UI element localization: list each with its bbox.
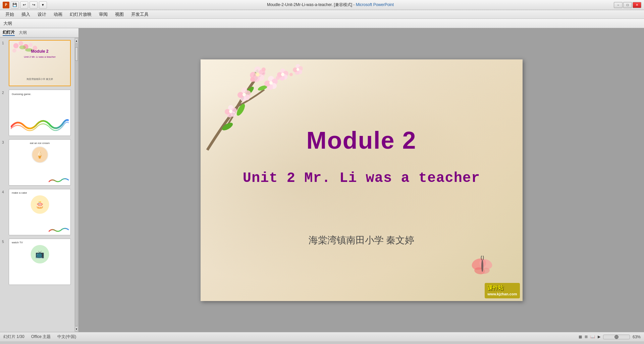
slide-count: 幻灯片 1/30: [3, 334, 24, 340]
slide-num-5: 5: [2, 240, 7, 244]
sidebar-scrollbar[interactable]: ▲ ▼: [74, 38, 78, 332]
svg-point-3: [29, 43, 33, 47]
view-reading[interactable]: 📖: [590, 335, 595, 339]
slide-num-2: 2: [2, 91, 7, 95]
redo-btn[interactable]: ↪: [30, 1, 38, 9]
window-controls[interactable]: － □ ✕: [614, 2, 641, 8]
watermark: 课件站 www.kjzhan.com: [485, 283, 520, 298]
slide-thumb-5[interactable]: 5 watch TV 📺: [1, 238, 74, 286]
tab-outline[interactable]: 大纲: [19, 30, 27, 36]
menu-slideshow[interactable]: 幻灯片放映: [66, 11, 95, 18]
svg-point-49: [297, 68, 299, 71]
slide-module-title: Module 2: [201, 127, 523, 154]
canvas-area: Module 2 Unit 2 Mr. Li was a teacher 海棠湾…: [79, 28, 644, 332]
view-slide-sorter[interactable]: ⊞: [585, 335, 588, 339]
thumb1-author: 海棠湾镇南田小学 秦文婷: [9, 78, 70, 81]
language: 中文(中国): [57, 334, 76, 340]
slide-thumb-3[interactable]: 3 eat an ice cream 🍦: [1, 138, 74, 187]
sidebar-tabs: 幻灯片 大纲: [0, 28, 78, 38]
svg-point-43: [281, 73, 284, 76]
thumb1-subtitle: Unit 2 Mr. Li was a teacher: [9, 55, 70, 58]
status-right: ▦ ⊞ 📖 ▶ 63%: [579, 335, 641, 339]
svg-point-37: [229, 110, 232, 113]
main-area: 幻灯片 大纲 1: [0, 28, 644, 332]
svg-point-25: [269, 81, 273, 85]
view-slideshow[interactable]: ▶: [598, 335, 600, 339]
scroll-track[interactable]: [75, 44, 78, 326]
thumb-img-5: watch TV 📺: [9, 239, 71, 285]
thumb-img-3: eat an ice cream 🍦: [9, 139, 71, 186]
slide-num-3: 3: [2, 141, 7, 144]
svg-point-52: [276, 76, 280, 80]
app-icon: P: [3, 2, 9, 8]
thumb4-wave: [49, 227, 69, 233]
thumb-img-2: Guessing game.: [9, 90, 71, 136]
minimize-btn[interactable]: －: [614, 2, 623, 8]
watermark-line1: 课件站: [487, 284, 517, 292]
scroll-down-arrow[interactable]: ▼: [75, 327, 78, 331]
panel-label: 大纲: [3, 20, 12, 27]
svg-point-50: [250, 77, 255, 82]
window-title: Moudle-2-Unit-2Mr-Li-was-a-teacher. [兼容模…: [47, 2, 614, 8]
slides-list: 1 M: [0, 38, 74, 332]
thumb2-wave: [11, 115, 69, 132]
zoom-slider[interactable]: [603, 335, 630, 339]
menu-bar: 开始 插入 设计 动画 幻灯片放映 审阅 视图 开发工具: [0, 10, 644, 19]
maximize-btn[interactable]: □: [623, 2, 632, 8]
status-bar: 幻灯片 1/30 Office 主题 中文(中国) ▦ ⊞ 📖 ▶ 63%: [0, 332, 644, 341]
menu-start[interactable]: 开始: [2, 11, 17, 18]
thumb1-module-title: Module 2: [9, 49, 70, 54]
quick-save-btn[interactable]: 💾: [11, 1, 19, 9]
thumb3-wave: [49, 177, 69, 184]
svg-point-1: [18, 41, 23, 46]
svg-point-19: [256, 72, 260, 77]
theme-name: Office 主题: [31, 334, 51, 340]
slide-subtitle: Unit 2 Mr. Li was a teacher: [201, 170, 523, 186]
thumb-img-1: Module 2 Unit 2 Mr. Li was a teacher 海棠湾…: [9, 40, 71, 86]
svg-point-31: [243, 93, 246, 96]
title-bar-left: P 💾 ↩ ↪ ▾: [3, 1, 47, 9]
slide-num-1: 1: [2, 41, 7, 45]
scroll-thumb[interactable]: [75, 47, 78, 61]
thumb3-character: 🍦: [32, 146, 48, 163]
menu-design[interactable]: 设计: [34, 11, 50, 18]
watermark-line2: www.kjzhan.com: [487, 292, 517, 297]
thumb5-title: watch TV: [12, 241, 23, 244]
svg-point-0: [13, 43, 19, 48]
slide-num-4: 4: [2, 190, 7, 194]
thumb4-title: make a cake: [12, 191, 27, 194]
thumb2-text: Guessing game.: [12, 93, 31, 96]
tab-slides[interactable]: 幻灯片: [3, 30, 15, 36]
slide-thumb-4[interactable]: 4 make a cake 🎂: [1, 188, 74, 236]
slide-canvas[interactable]: Module 2 Unit 2 Mr. Li was a teacher 海棠湾…: [201, 59, 523, 301]
thumb3-title: eat an ice cream: [9, 142, 70, 145]
menu-view[interactable]: 视图: [112, 11, 127, 18]
panel-header: 大纲: [0, 19, 644, 28]
thumb-img-4: make a cake 🎂: [9, 189, 71, 235]
sidebar-scroll-wrapper: 1 M: [0, 38, 78, 332]
view-normal[interactable]: ▦: [579, 335, 582, 339]
sidebar: 幻灯片 大纲 1: [0, 28, 79, 332]
menu-developer[interactable]: 开发工具: [128, 11, 152, 18]
customize-btn[interactable]: ▾: [39, 1, 47, 9]
svg-point-24: [264, 81, 270, 87]
menu-animation[interactable]: 动画: [50, 11, 66, 18]
svg-point-53: [289, 73, 293, 76]
svg-point-51: [262, 67, 266, 71]
slide-thumb-1[interactable]: 1 M: [1, 39, 74, 87]
title-bar: P 💾 ↩ ↪ ▾ Moudle-2-Unit-2Mr-Li-was-a-tea…: [0, 0, 644, 10]
zoom-level: 63%: [633, 335, 641, 339]
scroll-up-arrow[interactable]: ▲: [75, 38, 78, 43]
menu-review[interactable]: 审阅: [96, 11, 111, 18]
menu-insert[interactable]: 插入: [18, 11, 34, 18]
slide-thumb-2[interactable]: 2 Guessing game.: [1, 89, 74, 137]
close-btn[interactable]: ✕: [633, 2, 641, 8]
thumb5-character: 📺: [31, 245, 49, 263]
undo-btn[interactable]: ↩: [20, 1, 28, 9]
thumb4-character: 🎂: [31, 195, 49, 214]
slide-author: 海棠湾镇南田小学 秦文婷: [201, 234, 523, 247]
